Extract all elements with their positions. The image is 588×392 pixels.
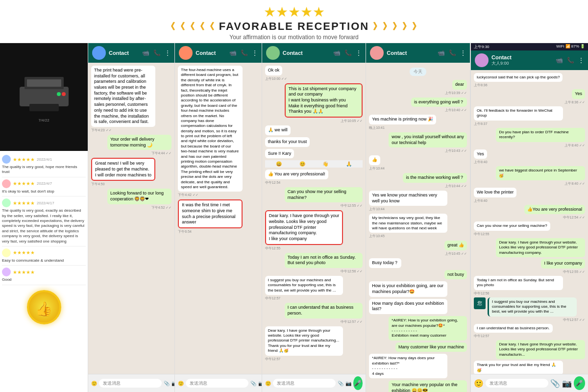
msg-bubble: thanks for your trust	[265, 137, 310, 147]
right-panel: 上午9:30 WiFi 📶 87% 🔋 Contact 大人9:00 📹 📞 ⋮…	[470, 43, 588, 392]
review-item: ★★★★★ 2022/4/7 It's okay to wait, but do…	[2, 177, 86, 196]
attach-icon[interactable]: 📎	[338, 381, 343, 386]
msg-bubble: *AIIREY: How many days does your exhibit…	[369, 354, 447, 378]
msg-wrapper: Looking forward to our long cooperation …	[91, 189, 172, 210]
video-icon[interactable]: 📹	[142, 49, 149, 56]
chat-input-3[interactable]	[273, 379, 336, 388]
review-text: Good	[2, 277, 86, 282]
emoji-option[interactable]: 😊	[299, 161, 305, 167]
msg-bubble: wow , you install yourself without any o…	[389, 132, 467, 147]
chat-input-2[interactable]	[186, 379, 248, 388]
right-chat-input[interactable]	[486, 379, 548, 388]
msg-time: 上午8:36	[474, 83, 488, 88]
chat-input-1[interactable]	[99, 379, 162, 388]
msg-time: 中午12:56 ✓✓	[341, 269, 363, 274]
call-icon[interactable]: 📞	[241, 49, 248, 56]
emoji-option[interactable]: 🙏	[346, 161, 352, 167]
avatar-center	[370, 46, 384, 60]
emoji-option[interactable]: 👋	[322, 161, 328, 167]
menu-icon[interactable]: ⋮	[578, 57, 584, 64]
msg-time: 上午10:44	[369, 207, 385, 212]
review-stars: ★★★★★	[13, 200, 35, 206]
call-icon[interactable]: 📞	[567, 57, 574, 64]
msg-bubble: Ok ok	[265, 66, 283, 75]
call-icon[interactable]: 📞	[153, 49, 161, 56]
msg-time: 上午10:40 ✓✓	[445, 108, 467, 113]
review-date: 2022/4/17	[37, 201, 54, 205]
msg-bubble: Do you have plan to order DTF machine re…	[496, 128, 585, 142]
msg-bubble: Today I am not in office as Sunday. But …	[285, 253, 363, 268]
camera-icon[interactable]: 📷	[562, 379, 572, 388]
chat-header-1: Contact 📹 📞 ⋮	[88, 43, 174, 63]
call-icon[interactable]: 📞	[449, 49, 456, 56]
review-avatar	[2, 179, 11, 188]
chat-body-2: The four-head machine uses a different b…	[175, 63, 261, 374]
video-icon[interactable]: 📹	[333, 49, 341, 56]
mic-button-3[interactable]: 🎤	[353, 376, 363, 390]
msg-time: 上午10:43 ✓✓	[445, 148, 467, 153]
video-icon[interactable]: 📹	[229, 49, 237, 56]
msg-bubble-highlight: Great news! I will be very pleased to ge…	[91, 158, 155, 181]
msg-bubble: Dear kary. I have gone through your webs…	[496, 238, 585, 257]
right-mic-button[interactable]: 🎤	[574, 376, 585, 390]
emoji-icon[interactable]: 🙂	[474, 379, 484, 388]
msg-bubble: The four-head machine uses a different b…	[178, 66, 242, 192]
avatar-you: 您	[474, 297, 486, 309]
camera-icon[interactable]: 📷	[258, 381, 262, 386]
right-avatar	[475, 53, 489, 67]
attach-icon[interactable]: 📎	[250, 381, 256, 386]
msg-time: 中午12:57	[265, 296, 281, 301]
review-item: ★★★★★ Good	[2, 266, 86, 285]
emoji-icon[interactable]: 🙂	[178, 381, 184, 386]
msg-bubble: I suggest you buy our machines and consu…	[265, 276, 343, 295]
msg-wrapper: Dear kary. I have gone through your webs…	[265, 210, 363, 250]
right-arrows: 》》》》》	[373, 21, 422, 32]
menu-icon[interactable]: ⋮	[252, 49, 258, 56]
chat-name-3: Contact	[283, 50, 303, 56]
msg-bubble: Today I am not in office as Sunday. But …	[474, 276, 563, 290]
msg-bubble: I like your company	[541, 259, 585, 269]
chat-header-center: Contact 📹 📞 ⋮	[366, 43, 470, 63]
chat-footer-2: 🙂 📎 📷 🎤	[175, 374, 261, 392]
msg-bubble: How many days does your exhibition last?	[369, 299, 447, 314]
menu-icon[interactable]: ⋮	[356, 49, 362, 56]
emoji-icon[interactable]: 🙂	[265, 381, 271, 386]
review-text: It's okay to wait, but don't stop	[2, 189, 86, 194]
emoji-option[interactable]: 😀	[276, 161, 282, 167]
call-icon[interactable]: 📞	[344, 49, 352, 56]
msg-bubble: Can you show me your selling machine?	[285, 187, 363, 202]
camera-icon[interactable]: 📷	[172, 381, 175, 386]
svg-rect-3	[29, 104, 59, 111]
review-date: 2022/4/1	[37, 157, 52, 162]
menu-icon[interactable]: ⋮	[460, 49, 466, 56]
chat-body-3: Ok ok 上午10:00 ✓✓ This is 1st shipment yo…	[262, 63, 366, 374]
review-avatar	[2, 198, 11, 207]
attach-icon[interactable]: 📎	[164, 381, 170, 386]
chat-footer-3: 🙂 📎 📷 🎤	[262, 374, 366, 392]
msg-time: 上午10:05 ✓✓	[341, 119, 363, 123]
menu-icon[interactable]: ⋮	[165, 49, 171, 56]
msg-wrapper: Can you show me your selling machine? 中午…	[265, 187, 363, 208]
attach-icon[interactable]: 📎	[550, 379, 560, 388]
msg-bubble: The print head were pre-installed for cu…	[91, 66, 155, 127]
msg-bubble: *AIIREY: How is your exhibition going, a…	[389, 316, 467, 341]
chat-body-1: The print head were pre-installed for cu…	[88, 63, 174, 374]
msg-bubble: Your order will delivery tomorrow mornin…	[107, 135, 172, 150]
msg-time: 下午4:52 ✓✓	[151, 205, 172, 210]
video-icon[interactable]: 📹	[438, 49, 445, 56]
msg-bubble: Yes	[572, 89, 585, 99]
review-stars: ★★★★★	[13, 181, 35, 186]
msg-time: 下午6:54	[178, 229, 192, 234]
camera-icon[interactable]: 📷	[345, 381, 351, 386]
msg-wrapper: Today I am not in office as Sunday. But …	[265, 253, 363, 274]
msg-bubble-highlight: This is 1st shipment your company and ou…	[285, 83, 363, 118]
printer-svg	[15, 72, 74, 116]
msg-bubble: Your machine very popular on the exhibit…	[389, 380, 467, 392]
emoji-icon[interactable]: 🙂	[91, 381, 97, 386]
msg-bubble: My technicians say very good, they like …	[369, 214, 447, 233]
msg-bubble: I can understand that as business person…	[474, 324, 553, 333]
video-icon[interactable]: 📹	[556, 57, 563, 64]
review-text: The quality is very good, exactly as des…	[2, 208, 86, 244]
main-content: 7/4/22 ★★★★★ 2022/4/1 The quality is ver…	[0, 43, 588, 392]
msg-wrapper: It was the first time I met someone shim…	[178, 199, 258, 234]
